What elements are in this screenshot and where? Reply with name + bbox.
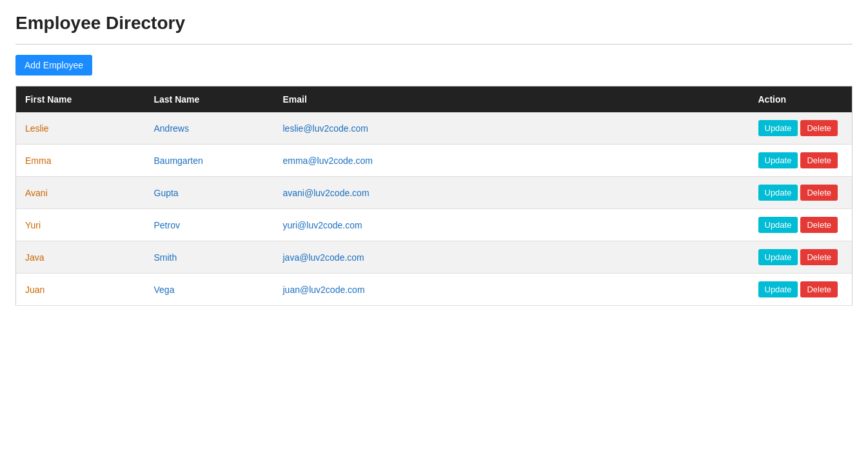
first-name-link[interactable]: Juan xyxy=(25,285,44,295)
cell-email: avani@luv2code.com xyxy=(274,177,749,209)
cell-last-name: Gupta xyxy=(145,177,274,209)
title-divider xyxy=(15,44,853,45)
cell-last-name: Andrews xyxy=(145,112,274,145)
table-row: LeslieAndrewsleslie@luv2code.comUpdateDe… xyxy=(16,112,853,145)
email-link[interactable]: juan@luv2code.com xyxy=(283,285,365,295)
email-link[interactable]: avani@luv2code.com xyxy=(283,188,370,198)
delete-button[interactable]: Delete xyxy=(800,217,838,233)
cell-action: UpdateDelete xyxy=(749,274,853,306)
first-name-link[interactable]: Avani xyxy=(25,188,48,198)
delete-button[interactable]: Delete xyxy=(800,152,838,168)
page-title: Employee Directory xyxy=(15,13,853,34)
table-row: JavaSmithjava@luv2code.comUpdateDelete xyxy=(16,241,853,274)
delete-button[interactable]: Delete xyxy=(800,249,838,265)
cell-last-name: Vega xyxy=(145,274,274,306)
cell-email: java@luv2code.com xyxy=(274,241,749,274)
first-name-link[interactable]: Leslie xyxy=(25,123,49,134)
cell-action: UpdateDelete xyxy=(749,145,853,177)
table-row: EmmaBaumgartenemma@luv2code.comUpdateDel… xyxy=(16,145,853,177)
cell-first-name: Java xyxy=(16,241,145,274)
table-row: JuanVegajuan@luv2code.comUpdateDelete xyxy=(16,274,853,306)
delete-button[interactable]: Delete xyxy=(800,185,838,201)
header-first-name: First Name xyxy=(16,86,145,113)
email-link[interactable]: yuri@luv2code.com xyxy=(283,220,362,230)
email-link[interactable]: java@luv2code.com xyxy=(283,252,364,263)
cell-last-name: Baumgarten xyxy=(145,145,274,177)
cell-first-name: Juan xyxy=(16,274,145,306)
cell-first-name: Yuri xyxy=(16,209,145,241)
first-name-link[interactable]: Yuri xyxy=(25,220,41,230)
table-header-row: First Name Last Name Email Action xyxy=(16,86,853,113)
cell-first-name: Emma xyxy=(16,145,145,177)
cell-first-name: Avani xyxy=(16,177,145,209)
first-name-link[interactable]: Java xyxy=(25,252,44,263)
cell-action: UpdateDelete xyxy=(749,209,853,241)
cell-action: UpdateDelete xyxy=(749,112,853,145)
email-link[interactable]: leslie@luv2code.com xyxy=(283,123,369,134)
table-row: YuriPetrovyuri@luv2code.comUpdateDelete xyxy=(16,209,853,241)
cell-first-name: Leslie xyxy=(16,112,145,145)
cell-email: emma@luv2code.com xyxy=(274,145,749,177)
first-name-link[interactable]: Emma xyxy=(25,156,51,166)
update-button[interactable]: Update xyxy=(758,152,798,168)
last-name-link[interactable]: Smith xyxy=(154,252,177,263)
delete-button[interactable]: Delete xyxy=(800,281,838,297)
update-button[interactable]: Update xyxy=(758,217,798,233)
last-name-link[interactable]: Andrews xyxy=(154,123,189,134)
delete-button[interactable]: Delete xyxy=(800,120,838,136)
update-button[interactable]: Update xyxy=(758,281,798,297)
header-email: Email xyxy=(274,86,749,113)
table-row: AvaniGuptaavani@luv2code.comUpdateDelete xyxy=(16,177,853,209)
email-link[interactable]: emma@luv2code.com xyxy=(283,156,373,166)
employee-table: First Name Last Name Email Action Leslie… xyxy=(15,86,853,306)
last-name-link[interactable]: Gupta xyxy=(154,188,179,198)
update-button[interactable]: Update xyxy=(758,185,798,201)
last-name-link[interactable]: Petrov xyxy=(154,220,180,230)
cell-last-name: Smith xyxy=(145,241,274,274)
header-last-name: Last Name xyxy=(145,86,274,113)
add-employee-button[interactable]: Add Employee xyxy=(15,55,92,76)
header-action: Action xyxy=(749,86,853,113)
cell-email: juan@luv2code.com xyxy=(274,274,749,306)
cell-action: UpdateDelete xyxy=(749,177,853,209)
cell-action: UpdateDelete xyxy=(749,241,853,274)
cell-email: yuri@luv2code.com xyxy=(274,209,749,241)
update-button[interactable]: Update xyxy=(758,249,798,265)
last-name-link[interactable]: Vega xyxy=(154,285,175,295)
update-button[interactable]: Update xyxy=(758,120,798,136)
cell-email: leslie@luv2code.com xyxy=(274,112,749,145)
last-name-link[interactable]: Baumgarten xyxy=(154,156,203,166)
cell-last-name: Petrov xyxy=(145,209,274,241)
